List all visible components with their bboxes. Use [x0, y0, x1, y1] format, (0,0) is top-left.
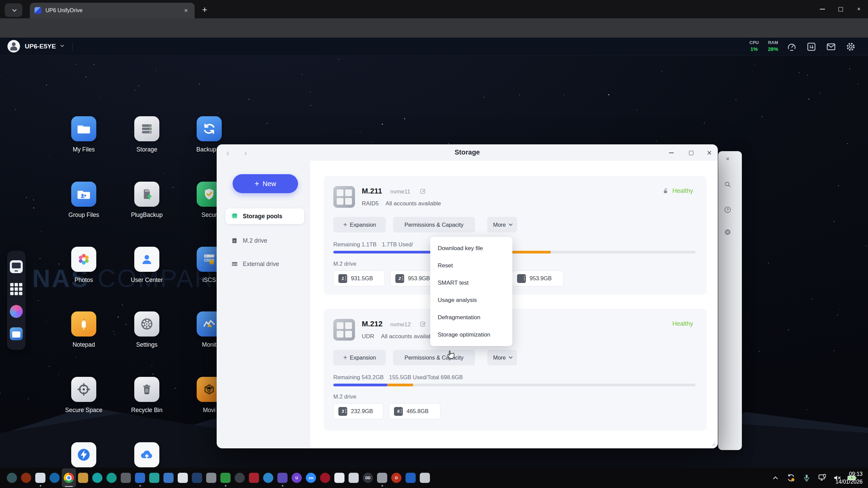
fan-icon[interactable] [233, 468, 247, 487]
firefox-icon[interactable] [19, 468, 33, 487]
blue-app-icon [263, 473, 273, 483]
qq-icon[interactable] [90, 468, 104, 487]
edit-icon[interactable] [419, 321, 426, 327]
new-tab-button[interactable]: + [202, 5, 207, 14]
performance-gauge-icon[interactable] [787, 42, 797, 52]
grid-window-icon[interactable] [418, 468, 432, 487]
cards-icon[interactable] [176, 468, 190, 487]
health-icon[interactable] [104, 468, 119, 487]
panel-close-icon[interactable]: × [722, 155, 733, 163]
zoom-icon[interactable]: zm [304, 468, 318, 487]
red-circle-icon [320, 473, 330, 483]
dd-icon[interactable]: DD [361, 468, 375, 487]
dialog-titlebar[interactable]: ‹ › Storage × [217, 144, 718, 161]
pool-alias: nvme11 [390, 188, 410, 195]
taskbar-clock[interactable]: 09:13 14/01/2026 [835, 470, 863, 486]
expansion-button[interactable]: +Expansion [333, 217, 386, 232]
editor-icon[interactable] [347, 468, 361, 487]
external-drive-icon [231, 260, 238, 268]
tray-sync-icon[interactable] [785, 472, 797, 483]
tab-search-button[interactable] [5, 3, 22, 17]
more-button[interactable]: More [487, 217, 517, 232]
admin-icon[interactable] [204, 468, 218, 487]
tab-close-icon[interactable]: × [182, 6, 190, 15]
panel-help-icon[interactable]: ? [722, 206, 733, 215]
desktop-icon-recycle-bin[interactable]: Recycle Bin [115, 377, 179, 414]
notes-icon[interactable] [33, 468, 47, 487]
panel-clear-icon[interactable] [722, 228, 733, 238]
desktop-icon-notepad[interactable]: Notepad [52, 311, 116, 348]
desktop-icon-my-files[interactable]: My Files [52, 116, 116, 153]
desktop-icon-settings[interactable]: Settings [115, 311, 179, 348]
folder-icon[interactable] [76, 468, 90, 487]
sidebar-item-storage-pools[interactable]: Storage pools [225, 208, 304, 224]
desktop-icon-secure-space[interactable]: Secure Space [52, 377, 116, 414]
desktop-icon-flashtrans[interactable]: FlashTrans [52, 442, 116, 468]
browser-close-button[interactable]: × [850, 0, 868, 18]
status-healthy: Healthy [672, 187, 693, 195]
desktop-icon-storage[interactable]: Storage [115, 116, 179, 153]
desktop-icon-user-center[interactable]: User Center [115, 247, 179, 284]
dock-apps-grid-icon[interactable] [10, 283, 23, 296]
desktop-icon-cloud-backup[interactable]: Cloud Backup [115, 442, 179, 468]
edit-icon[interactable] [419, 188, 426, 195]
browser-tab[interactable]: UP6 UnifyDrive × [30, 3, 195, 18]
dialog-minimize-button[interactable] [666, 147, 677, 159]
m2-chip[interactable]: 6465.8GB [389, 403, 440, 419]
menu-item-download-key-file[interactable]: Download key file [430, 240, 512, 257]
menu-item-usage-analysis[interactable]: Usage analysis [430, 291, 512, 309]
dock-monitor-icon[interactable] [10, 260, 23, 273]
dock-media-icon[interactable] [10, 305, 23, 318]
desktop-icon-photos[interactable]: Photos [52, 247, 116, 284]
panel-search-icon[interactable] [722, 181, 733, 189]
dialog-maximize-button[interactable] [685, 147, 697, 159]
opera-icon[interactable]: O [389, 468, 403, 487]
settings-gear-icon[interactable] [846, 42, 856, 52]
messages-icon[interactable] [826, 42, 836, 52]
menu-item-storage-optimization[interactable]: Storage optimization [430, 326, 512, 343]
dock-files-icon[interactable] [10, 327, 23, 340]
antivirus-icon[interactable] [332, 468, 347, 487]
m2-chip[interactable]: 1931.5GB [333, 270, 385, 286]
browser-maximize-button[interactable] [831, 0, 850, 18]
workstation-icon[interactable] [161, 468, 176, 487]
permissions-capacity-button[interactable]: Permissions & Capacity [393, 217, 475, 232]
tray-chevron-up-icon[interactable] [770, 472, 781, 483]
ultraviewer-icon[interactable]: U [290, 468, 304, 487]
m2-chip[interactable]: 953.9GB [512, 270, 564, 286]
transfer-tasks-icon[interactable]: 1 [806, 42, 816, 52]
desktop-icon-plugbackup[interactable]: PlugBackup [115, 182, 179, 219]
frame-icon[interactable] [119, 468, 133, 487]
dialog-close-button[interactable]: × [704, 147, 715, 159]
permissions-capacity-button[interactable]: Permissions & Capacity [393, 350, 475, 365]
resize-handle[interactable] [710, 441, 716, 446]
cube-icon[interactable] [147, 468, 161, 487]
teams-icon[interactable] [275, 468, 290, 487]
account-icon[interactable] [190, 468, 204, 487]
tray-microphone-icon[interactable] [801, 472, 812, 483]
more-button[interactable]: More [487, 350, 517, 365]
tray-display-icon[interactable] [816, 472, 828, 483]
usb-icon[interactable] [375, 468, 389, 487]
device-menu[interactable]: UP6-E5YE [7, 40, 64, 53]
chrome-icon[interactable] [62, 468, 76, 487]
new-pool-button[interactable]: + New [233, 174, 298, 193]
desktop-icon-group-files[interactable]: Group Files [52, 182, 116, 219]
menu-item-smart-test[interactable]: SMART test [430, 274, 512, 291]
menu-item-defragmentation[interactable]: Defragmentation [430, 309, 512, 326]
sidebar-item-m2-drive[interactable]: M.2 drive [225, 233, 304, 248]
browser-tabstrip: UP6 UnifyDrive × + × [0, 0, 868, 18]
browser-minimize-button[interactable] [813, 0, 831, 18]
remote-window-icon[interactable] [133, 468, 147, 487]
paint-icon[interactable] [403, 468, 418, 487]
expansion-button[interactable]: +Expansion [333, 350, 386, 365]
blue-app-icon[interactable] [261, 468, 275, 487]
m2-chip[interactable]: 3232.9GB [333, 403, 383, 419]
red-circle-icon[interactable] [318, 468, 332, 487]
water-drop-icon[interactable] [47, 468, 62, 487]
sidebar-item-external-drive[interactable]: External drive [225, 256, 304, 272]
menu-item-reset[interactable]: Reset [430, 257, 512, 274]
red-book-icon[interactable] [247, 468, 261, 487]
start-shell-icon[interactable] [5, 468, 19, 487]
green-tool-icon[interactable] [218, 468, 233, 487]
